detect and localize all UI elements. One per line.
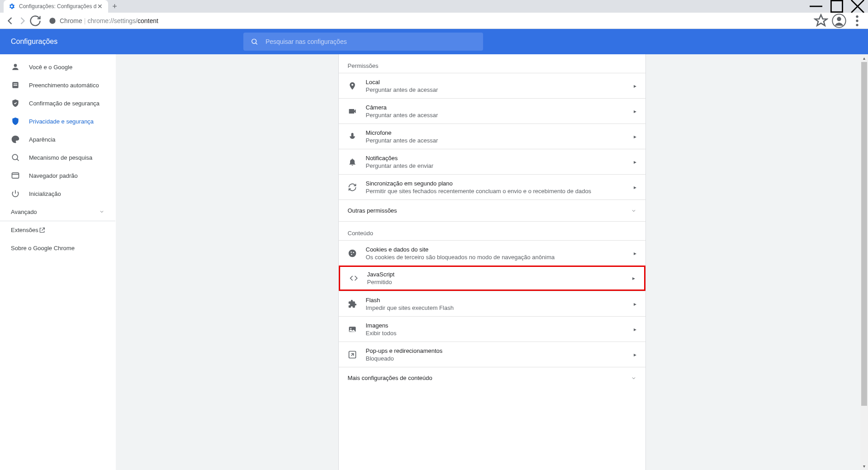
url-field[interactable]: Chrome | chrome://settings/content	[45, 17, 158, 24]
row-popups[interactable]: Pop-ups e redirecionamentosBloqueado ▸	[339, 342, 645, 367]
svg-point-15	[351, 252, 352, 253]
scroll-down-arrow-icon[interactable]: ▾	[860, 462, 868, 470]
external-link-icon	[38, 227, 46, 234]
scroll-thumb[interactable]	[861, 62, 867, 406]
svg-point-17	[351, 254, 352, 255]
sidebar-item-safety-check[interactable]: Confirmação de segurança	[0, 94, 115, 112]
power-icon	[11, 189, 20, 198]
settings-search[interactable]	[243, 33, 483, 51]
row-microphone[interactable]: MicrofonePerguntar antes de acessar ▸	[339, 123, 645, 149]
settings-title: Configurações	[11, 38, 57, 46]
close-tab-icon[interactable]: ✕	[96, 3, 104, 10]
row-subtitle: Exibir todos	[366, 330, 634, 337]
search-icon	[11, 153, 20, 162]
row-title: Local	[366, 79, 634, 85]
sidebar-extensions-label: Extensões	[11, 227, 38, 233]
row-title: Sincronização em segundo plano	[366, 180, 634, 187]
row-background-sync[interactable]: Sincronização em segundo planoPermitir q…	[339, 174, 645, 199]
chevron-down-icon	[631, 208, 636, 214]
row-subtitle: Perguntar antes de enviar	[366, 162, 634, 169]
new-tab-button[interactable]: +	[108, 0, 121, 13]
svg-point-6	[856, 24, 858, 26]
row-camera[interactable]: CâmeraPerguntar antes de acessar ▸	[339, 98, 645, 123]
url-prefix: chrome://settings/	[87, 17, 138, 24]
chevron-right-icon: ▸	[634, 351, 636, 358]
back-button[interactable]	[4, 14, 16, 27]
location-pin-icon	[348, 81, 357, 90]
url-separator: |	[84, 17, 86, 24]
shield-check-icon	[11, 99, 20, 108]
menu-dots-icon[interactable]	[850, 14, 864, 28]
svg-rect-10	[14, 84, 17, 85]
url-chip-label: Chrome	[60, 17, 82, 24]
row-flash[interactable]: FlashImpedir que sites executem Flash ▸	[339, 291, 645, 316]
chevron-right-icon: ▸	[634, 326, 636, 332]
bookmark-star-icon[interactable]	[814, 14, 828, 28]
row-subtitle: Os cookies de terceiro são bloqueados no…	[366, 254, 634, 261]
close-window-button[interactable]	[847, 0, 868, 13]
row-more-content-settings[interactable]: Mais configurações de conteúdo	[339, 367, 645, 389]
row-location[interactable]: LocalPerguntar antes de acessar ▸	[339, 73, 645, 98]
sidebar-advanced[interactable]: Avançado	[0, 203, 115, 221]
row-subtitle: Bloqueado	[366, 355, 634, 362]
scroll-up-arrow-icon[interactable]: ▴	[860, 54, 868, 62]
sidebar-item-autofill[interactable]: Preenchimento automático	[0, 76, 115, 94]
puzzle-icon	[348, 299, 357, 309]
sidebar-item-label: Aparência	[29, 136, 56, 143]
sidebar-item-startup[interactable]: Inicialização	[0, 185, 115, 203]
sidebar-item-default-browser[interactable]: Navegador padrão	[0, 166, 115, 185]
chevron-right-icon: ▸	[634, 184, 636, 190]
sidebar-extensions[interactable]: Extensões	[0, 221, 115, 239]
minimize-button[interactable]	[806, 0, 826, 13]
shield-icon	[11, 117, 20, 126]
row-subtitle: Impedir que sites executem Flash	[366, 304, 634, 311]
code-icon	[349, 274, 358, 283]
svg-point-5	[856, 19, 858, 22]
settings-gear-icon	[8, 3, 15, 10]
sidebar-item-label: Navegador padrão	[29, 172, 78, 179]
sidebar-item-privacy[interactable]: Privacidade e segurança	[0, 112, 115, 130]
row-title: Mais configurações de conteúdo	[348, 375, 432, 381]
sidebar-item-label: Inicialização	[29, 190, 61, 197]
maximize-button[interactable]	[826, 0, 847, 13]
cookie-icon	[348, 249, 357, 258]
vertical-scrollbar[interactable]: ▴ ▾	[860, 54, 868, 470]
row-title: Flash	[366, 297, 634, 304]
row-title: Notificações	[366, 155, 634, 161]
sidebar-item-appearance[interactable]: Aparência	[0, 130, 115, 148]
sidebar-advanced-label: Avançado	[11, 209, 37, 215]
url-page: content	[138, 17, 158, 24]
profile-avatar-icon[interactable]	[832, 14, 846, 28]
forward-button[interactable]	[16, 14, 29, 27]
svg-point-8	[14, 64, 17, 67]
sidebar-item-you-and-google[interactable]: Você e o Google	[0, 58, 115, 76]
reload-button[interactable]	[29, 14, 42, 27]
row-title: JavaScript	[367, 271, 632, 278]
section-permissions-title: Permissões	[339, 54, 645, 73]
sidebar-item-label: Você e o Google	[29, 64, 72, 71]
row-other-permissions[interactable]: Outras permissões	[339, 199, 645, 221]
sidebar-about[interactable]: Sobre o Google Chrome	[0, 239, 115, 257]
chevron-down-icon	[99, 209, 104, 214]
row-cookies[interactable]: Cookies e dados do siteOs cookies de ter…	[339, 240, 645, 266]
image-icon	[348, 325, 357, 334]
chrome-icon	[45, 17, 60, 24]
titlebar: Configurações: Configurações d ✕ +	[0, 0, 868, 13]
sidebar-item-label: Confirmação de segurança	[29, 100, 100, 107]
row-notifications[interactable]: NotificaçõesPerguntar antes de enviar ▸	[339, 149, 645, 174]
svg-point-4	[856, 15, 858, 18]
settings-search-input[interactable]	[266, 38, 476, 45]
row-title: Imagens	[366, 322, 634, 329]
row-javascript[interactable]: JavaScriptPermitido ▸	[339, 266, 645, 291]
browser-tab[interactable]: Configurações: Configurações d ✕	[4, 0, 108, 13]
row-title: Microfone	[366, 129, 634, 136]
row-images[interactable]: ImagensExibir todos ▸	[339, 316, 645, 342]
sidebar-item-search-engine[interactable]: Mecanismo de pesquisa	[0, 148, 115, 166]
settings-main: Permissões LocalPerguntar antes de acess…	[116, 54, 868, 470]
svg-point-16	[353, 252, 354, 253]
svg-point-7	[252, 39, 256, 43]
svg-rect-13	[12, 173, 19, 178]
row-subtitle: Perguntar antes de acessar	[366, 86, 634, 93]
settings-sidebar: Você e o Google Preenchimento automático…	[0, 54, 116, 470]
address-bar: Chrome | chrome://settings/content	[0, 13, 868, 29]
